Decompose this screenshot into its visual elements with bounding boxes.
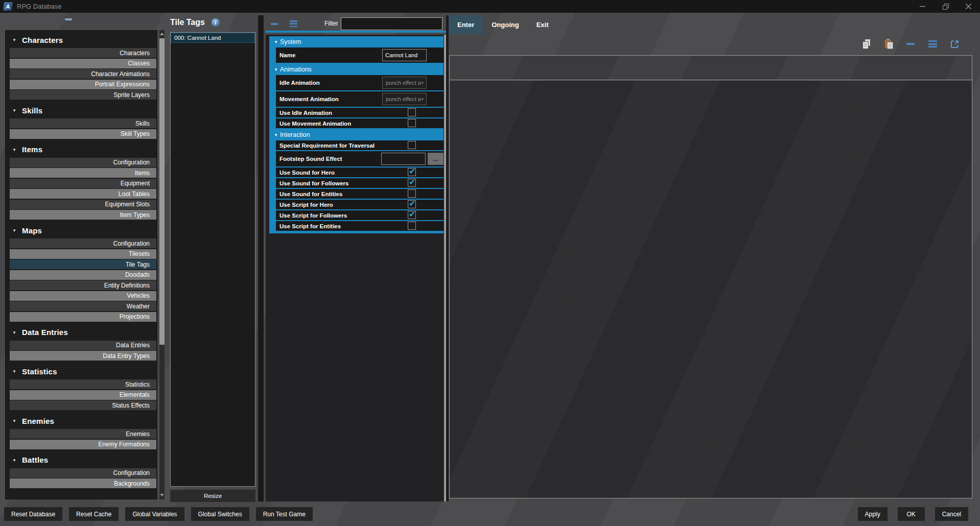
copy-icon[interactable] [860,38,873,50]
sidebar-collapse-handle[interactable] [65,18,72,20]
sidebar-item-projections[interactable]: Projections [10,312,156,322]
footer-button-apply[interactable]: Apply [858,507,888,521]
property-section-header-system[interactable]: ▾System [269,36,444,47]
minimize-button[interactable] [911,0,934,13]
sidebar-item-characters[interactable]: Characters [10,48,156,58]
prop-checkbox-use-script-for-hero[interactable] [408,200,416,208]
prop-checkbox-use-idle-animation[interactable] [408,108,416,116]
sidebar-section-header-enemies[interactable]: ▾Enemies [6,416,157,426]
prop-row-movement-animation: Movement Animationpunch effect a▾ [276,91,444,107]
menu-icon[interactable] [926,38,939,50]
panel-divider[interactable] [258,15,264,501]
sidebar-item-equipment[interactable]: Equipment [10,179,156,188]
prop-label: Footstep Sound Effect [276,156,342,162]
collapse-icon[interactable] [904,38,917,50]
sidebar-item-equipment-slots[interactable]: Equipment Slots [10,200,156,209]
footer-button-run-test-game[interactable]: Run Test Game [256,507,313,521]
sidebar-item-weather[interactable]: Weather [10,301,156,311]
sidebar-item-backgrounds[interactable]: Backgrounds [10,479,156,488]
property-section-label: Interaction [280,131,310,138]
prop-checkbox-use-sound-for-hero[interactable] [408,168,416,176]
open-external-icon[interactable] [948,38,961,50]
sidebar-item-configuration[interactable]: Configuration [10,238,156,248]
sidebar-section-header-battles[interactable]: ▾Battles [6,455,157,465]
sidebar-section-header-characters[interactable]: ▾Characters [6,35,157,45]
sidebar-section-header-maps[interactable]: ▾Maps [6,225,157,235]
sidebar-item-data-entries[interactable]: Data Entries [10,341,156,350]
script-content-area[interactable] [450,81,972,498]
resize-button[interactable]: Resize [170,490,255,502]
sidebar-section-header-data-entries[interactable]: ▾Data Entries [6,327,157,338]
prop-checkbox-use-script-for-entities[interactable] [408,222,416,230]
sidebar-section-header-statistics[interactable]: ▾Statistics [6,366,157,376]
sidebar-item-item-types[interactable]: Item Types [10,210,156,220]
prop-checkbox-use-script-for-followers[interactable] [408,211,416,219]
close-button[interactable] [957,0,980,13]
prop-checkbox-special-requirement-for-traversal[interactable] [408,141,416,149]
prop-input-name[interactable] [382,49,427,61]
properties-panel: Filter ▾SystemName▾AnimationsIdle Animat… [266,15,446,501]
sidebar-section-skills: ▾SkillsSkillsSkill Types [6,105,157,139]
browse-button-footstep-sound-effect[interactable]: ... [428,153,444,165]
tab-ongoing[interactable]: Ongoing [483,15,527,34]
info-icon[interactable]: i [212,18,220,27]
footer-button-reset-database[interactable]: Reset Database [4,507,62,521]
footer-button-reset-cache[interactable]: Reset Cache [69,507,119,521]
list-item-000-cannot-land[interactable]: 000: Cannot Land [171,33,255,43]
tab-enter[interactable]: Enter [449,15,483,34]
sidebar-item-doodads[interactable]: Doodads [10,270,156,280]
sidebar-item-elementals[interactable]: Elementals [10,390,156,400]
sidebar-item-character-animations[interactable]: Character Animations [10,69,156,79]
footer-button-cancel[interactable]: Cancel [935,507,968,521]
sidebar-item-skill-types[interactable]: Skill Types [10,129,156,139]
prop-label: Use Idle Animation [276,110,332,116]
window-title: RPG Database [17,3,61,10]
sidebar-scrollbar-thumb[interactable] [159,38,165,345]
sidebar-item-configuration[interactable]: Configuration [10,158,156,168]
prop-checkbox-use-sound-for-entities[interactable] [408,189,416,198]
chevron-down-icon: ▾ [273,132,279,137]
paste-icon[interactable] [882,38,895,50]
footer-button-global-variables[interactable]: Global Variables [125,507,184,521]
sidebar-item-classes[interactable]: Classes [10,59,156,68]
property-section-header-interaction[interactable]: ▾Interaction [269,129,444,140]
sidebar-section-label: Data Entries [22,328,68,337]
sidebar-item-loot-tables[interactable]: Loot Tables [10,189,156,199]
sidebar-scrollbar[interactable] [159,30,165,499]
prop-dropdown-idle-animation[interactable]: punch effect a▾ [382,77,427,89]
property-grid: ▾SystemName▾AnimationsIdle Animationpunc… [269,36,444,233]
prop-row-use-sound-for-followers: Use Sound for Followers [276,178,444,188]
sidebar-item-skills[interactable]: Skills [10,118,156,128]
sidebar-item-items[interactable]: Items [10,168,156,178]
sidebar-item-configuration[interactable]: Configuration [10,468,156,478]
tab-exit[interactable]: Exit [528,15,557,34]
menu-icon[interactable] [290,20,297,27]
sidebar-item-statistics[interactable]: Statistics [10,379,156,389]
footer-button-ok[interactable]: OK [898,507,925,521]
prop-dropdown-movement-animation[interactable]: punch effect a▾ [382,93,427,105]
property-section-label: System [280,38,301,45]
sidebar-item-tile-tags[interactable]: Tile Tags [10,259,156,269]
sidebar-item-status-effects[interactable]: Status Effects [10,400,156,410]
sidebar-section-header-skills[interactable]: ▾Skills [6,105,157,115]
sidebar-item-portrait-expressions[interactable]: Portrait Expressions [10,80,156,89]
property-section-header-animations[interactable]: ▾Animations [269,64,444,75]
sidebar-item-entity-definitions[interactable]: Entity Definitions [10,280,156,290]
sidebar-section-header-items[interactable]: ▾Items [6,145,157,155]
collapse-all-icon[interactable] [271,23,278,25]
sidebar-item-enemy-formations[interactable]: Enemy Formations [10,440,156,449]
filter-input[interactable] [341,17,442,30]
prop-checkbox-use-sound-for-followers[interactable] [408,179,416,187]
prop-input-footstep-sound-effect[interactable] [381,153,426,165]
footer-button-global-switches[interactable]: Global Switches [191,507,249,521]
sidebar-item-tilesets[interactable]: Tilesets [10,249,156,259]
sidebar-item-data-entry-types[interactable]: Data Entry Types [10,351,156,361]
prop-label: Name [276,52,295,58]
sidebar-item-vehicles[interactable]: Vehicles [10,291,156,301]
scroll-down-icon[interactable] [159,491,165,498]
prop-checkbox-use-movement-animation[interactable] [408,119,416,127]
scroll-up-icon[interactable] [159,30,165,37]
restore-button[interactable] [934,0,957,13]
sidebar-item-sprite-layers[interactable]: Sprite Layers [10,90,156,100]
sidebar-item-enemies[interactable]: Enemies [10,429,156,439]
